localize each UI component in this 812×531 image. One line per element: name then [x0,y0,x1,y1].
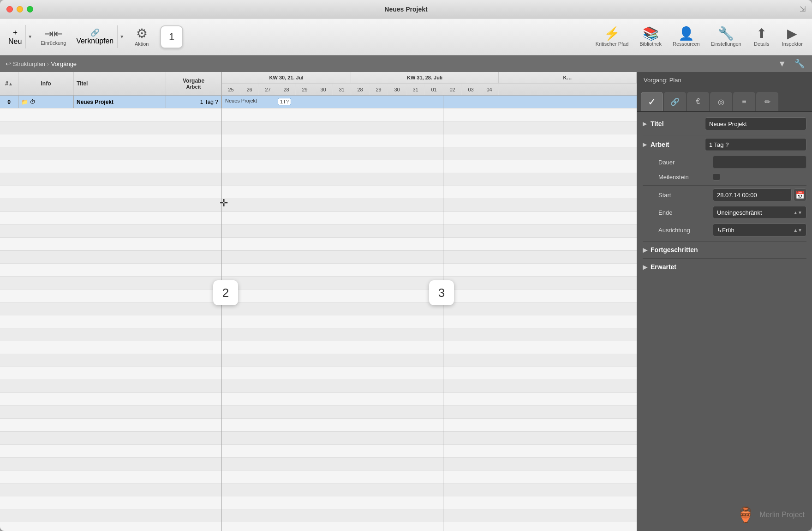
meilenstein-row: Meilenstein [643,173,806,181]
ausrichtung-dropdown-icon: ▲▼ [793,228,802,233]
einrueckung-button[interactable]: ⇥⇤ Einrückung [36,25,71,48]
inspector-body: ▶ Titel Neues Projekt ▶ Arbeit 1 Tag ? [637,112,812,499]
badge-1[interactable]: 1 [160,25,183,48]
dauer-field[interactable] [713,156,806,169]
ende-select[interactable]: Uneingeschränkt ▲▼ [713,206,806,219]
titel-expand-arrow[interactable]: ▶ [643,121,647,127]
gantt-row-19[interactable] [0,341,637,354]
gantt-row-22[interactable] [0,380,637,393]
link-icon: 🔗 [90,28,100,37]
verknuepfen-dropdown-arrow[interactable]: ▼ [117,25,126,48]
gantt-row-1[interactable] [0,109,637,121]
gantt-row-12[interactable] [0,251,637,264]
gantt-row-11[interactable] [0,238,637,251]
gantt-row-26[interactable] [0,432,637,445]
gantt-row-2[interactable] [0,121,637,134]
arbeit-field[interactable]: 1 Tag ? [705,138,806,151]
neu-button-group[interactable]: ＋ Neu ▼ [5,25,34,48]
start-field[interactable]: 28.07.14 00:00 [713,188,792,201]
day-29b: 29 [370,84,388,95]
ressourcen-button[interactable]: 👤 Ressourcen [668,24,705,49]
gantt-row-4[interactable] [0,147,637,160]
window-controls [6,6,33,12]
verknuepfen-label: Verknüpfen [76,37,113,45]
gantt-row-0[interactable]: 0 📁 ⏱ Neues Projekt 1 Tag ? Neues Projek… [0,96,637,109]
breadcrumb-current: Vorgänge [51,60,77,67]
close-button[interactable] [6,6,13,12]
gantt-row-24[interactable] [0,406,637,419]
gantt-row-18[interactable] [0,328,637,341]
inspektor-button[interactable]: ▶ Inspektor [777,24,807,49]
gantt-row-5[interactable] [0,160,637,173]
ausrichtung-select[interactable]: ↳Früh ▲▼ [713,223,806,236]
gantt-row-14[interactable] [0,277,637,290]
day-29: 29 [296,84,314,95]
minimize-button[interactable] [17,6,23,12]
gantt-row-21[interactable] [0,367,637,380]
meilenstein-checkbox[interactable] [713,173,720,181]
erwartet-section[interactable]: ▶ Erwartet [643,261,806,272]
hash-label: # [5,80,8,87]
gantt-body-container: 1 0 📁 ⏱ Neues Projekt 1 Tag ? Neues Proj… [0,96,637,531]
verknuepfen-main-button[interactable]: 🔗 Verknüpfen [72,25,117,48]
aktion-label: Aktion [135,41,149,47]
day-28: 28 [277,84,296,95]
gantt-row-7[interactable] [0,186,637,199]
folder-icon: 📁 [21,99,28,105]
gantt-row-15[interactable] [0,290,637,302]
gantt-row-3[interactable] [0,134,637,147]
inspector-tab-lines[interactable]: ≡ [733,92,755,111]
badge-1-value: 1 [169,31,174,43]
aktion-button[interactable]: ⚙ Aktion [128,24,155,49]
einstellungen-button[interactable]: 🔧 Einstellungen [706,24,746,49]
titel-field[interactable]: Neues Projekt [705,117,806,130]
day-04: 04 [480,84,499,95]
inspector-tab-edit[interactable]: ✏ [756,92,778,111]
gantt-row-9[interactable] [0,212,637,225]
gantt-row-28[interactable] [0,458,637,471]
gantt-row-16[interactable] [0,302,637,315]
verknuepfen-button-group[interactable]: 🔗 Verknüpfen ▼ [72,25,126,48]
gantt-row-20[interactable] [0,354,637,367]
gantt-row-10[interactable] [0,225,637,238]
inspector-tab-link[interactable]: 🔗 [664,92,686,111]
gantt-row-31[interactable] [0,496,637,509]
inspector-tab-chart[interactable]: ◎ [710,92,732,111]
fortgeschritten-label: Fortgeschritten [651,246,698,253]
neu-main-button[interactable]: ＋ Neu [5,25,25,48]
gantt-row-17[interactable] [0,315,637,328]
cell-info-0: 📁 ⏱ [18,96,74,108]
gantt-row-25[interactable] [0,419,637,432]
neu-dropdown-arrow[interactable]: ▼ [25,25,34,48]
bibliothek-button[interactable]: 📚 Bibliothek [635,24,666,49]
start-calendar-button[interactable]: 📅 [794,188,806,201]
inspector-tab-check[interactable]: ✓ [641,92,663,111]
inspector-panel: Vorgang: Plan ✓ 🔗 € ◎ ≡ ✏ [637,72,812,531]
fortgeschritten-section[interactable]: ▶ Fortgeschritten [643,244,806,255]
configure-button[interactable]: 🔧 [793,58,806,70]
arbeit-expand-arrow[interactable]: ▶ [643,141,647,148]
gantt-row-30[interactable] [0,483,637,496]
gantt-row-23[interactable] [0,393,637,406]
gantt-row-6[interactable] [0,173,637,186]
cell-vorgabe-0: 1 Tag ? [166,96,221,108]
maximize-button[interactable] [27,6,33,12]
task-label-0: Neues Projekt [223,98,259,103]
link-tab-icon: 🔗 [670,97,680,106]
gantt-row-8[interactable] [0,199,637,212]
gantt-row-29[interactable] [0,471,637,483]
gantt-row-13[interactable] [0,264,637,277]
edit-tab-icon: ✏ [764,97,770,106]
filter-button[interactable]: ▼ [776,58,788,70]
gantt-row-32[interactable] [0,509,637,522]
ende-value: Uneingeschränkt [717,209,762,216]
kritischer-pfad-button[interactable]: ⚡ Kritischer Pfad [591,24,633,49]
inspector-tabs: ✓ 🔗 € ◎ ≡ ✏ [637,88,812,112]
inspector-tab-money[interactable]: € [687,92,709,111]
titel-row: ▶ Titel Neues Projekt [643,117,806,130]
breadcrumb-parent[interactable]: Strukturplan [13,60,45,67]
ausrichtung-row: Ausrichtung ↳Früh ▲▼ [643,223,806,236]
gantt-row-27[interactable] [0,445,637,458]
gantt-panel: # ▲ Info Titel Vorgabe Arbeit [0,72,637,531]
details-button[interactable]: ⬆ Details [748,24,776,49]
